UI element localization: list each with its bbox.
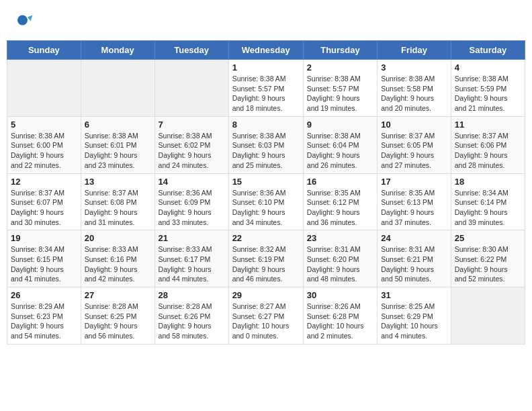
calendar-day-cell: 7Sunrise: 8:38 AM Sunset: 6:02 PM Daylig… (154, 116, 228, 173)
svg-marker-1 (28, 15, 33, 21)
day-info: Sunrise: 8:35 AM Sunset: 6:13 PM Dayligh… (381, 188, 447, 228)
calendar-day-cell: 17Sunrise: 8:35 AM Sunset: 6:13 PM Dayli… (378, 173, 451, 230)
calendar-day-cell: 27Sunrise: 8:28 AM Sunset: 6:25 PM Dayli… (81, 287, 154, 345)
calendar-day-cell: 10Sunrise: 8:37 AM Sunset: 6:05 PM Dayli… (378, 116, 451, 173)
day-info: Sunrise: 8:38 AM Sunset: 5:59 PM Dayligh… (455, 74, 521, 113)
day-info: Sunrise: 8:28 AM Sunset: 6:25 PM Dayligh… (85, 302, 151, 341)
calendar-day-cell: 23Sunrise: 8:31 AM Sunset: 6:20 PM Dayli… (303, 230, 377, 287)
calendar: SundayMondayTuesdayWednesdayThursdayFrid… (7, 40, 525, 345)
day-number: 5 (11, 120, 77, 130)
day-number: 2 (307, 62, 373, 73)
calendar-day-cell: 29Sunrise: 8:27 AM Sunset: 6:27 PM Dayli… (228, 287, 303, 345)
day-number: 29 (232, 290, 300, 300)
calendar-day-cell (154, 60, 228, 117)
weekday-header-cell: Tuesday (154, 41, 228, 60)
weekday-header-cell: Monday (81, 41, 154, 60)
day-number: 30 (307, 290, 373, 300)
day-number: 26 (11, 290, 77, 300)
day-info: Sunrise: 8:33 AM Sunset: 6:17 PM Dayligh… (159, 244, 225, 284)
calendar-day-cell: 12Sunrise: 8:37 AM Sunset: 6:07 PM Dayli… (7, 173, 81, 230)
day-info: Sunrise: 8:36 AM Sunset: 6:10 PM Dayligh… (232, 188, 300, 228)
calendar-day-cell: 20Sunrise: 8:33 AM Sunset: 6:16 PM Dayli… (81, 230, 154, 287)
calendar-day-cell: 4Sunrise: 8:38 AM Sunset: 5:59 PM Daylig… (451, 60, 525, 117)
calendar-day-cell: 14Sunrise: 8:36 AM Sunset: 6:09 PM Dayli… (154, 173, 228, 230)
calendar-day-cell: 3Sunrise: 8:38 AM Sunset: 5:58 PM Daylig… (378, 60, 451, 117)
calendar-day-cell: 22Sunrise: 8:32 AM Sunset: 6:19 PM Dayli… (228, 230, 303, 287)
day-number: 4 (455, 62, 521, 73)
day-info: Sunrise: 8:33 AM Sunset: 6:16 PM Dayligh… (85, 244, 151, 284)
day-info: Sunrise: 8:26 AM Sunset: 6:28 PM Dayligh… (307, 302, 373, 341)
day-info: Sunrise: 8:34 AM Sunset: 6:14 PM Dayligh… (455, 188, 521, 228)
calendar-day-cell (451, 287, 525, 345)
day-info: Sunrise: 8:38 AM Sunset: 6:02 PM Dayligh… (159, 131, 225, 171)
day-number: 18 (455, 177, 521, 187)
day-info: Sunrise: 8:35 AM Sunset: 6:12 PM Dayligh… (307, 188, 373, 228)
calendar-day-cell: 2Sunrise: 8:38 AM Sunset: 5:57 PM Daylig… (303, 60, 377, 117)
day-number: 20 (85, 233, 151, 243)
day-info: Sunrise: 8:37 AM Sunset: 6:07 PM Dayligh… (11, 188, 77, 228)
calendar-day-cell: 8Sunrise: 8:38 AM Sunset: 6:03 PM Daylig… (228, 116, 303, 173)
day-number: 31 (381, 290, 447, 300)
day-number: 23 (307, 233, 373, 243)
calendar-day-cell: 21Sunrise: 8:33 AM Sunset: 6:17 PM Dayli… (154, 230, 228, 287)
weekday-header-cell: Sunday (7, 41, 81, 60)
day-info: Sunrise: 8:38 AM Sunset: 6:03 PM Dayligh… (232, 131, 300, 171)
calendar-week-row: 12Sunrise: 8:37 AM Sunset: 6:07 PM Dayli… (7, 173, 525, 230)
day-info: Sunrise: 8:38 AM Sunset: 5:57 PM Dayligh… (232, 74, 300, 113)
day-number: 28 (159, 290, 225, 300)
day-info: Sunrise: 8:38 AM Sunset: 6:00 PM Dayligh… (11, 131, 77, 171)
day-number: 17 (381, 177, 447, 187)
day-info: Sunrise: 8:37 AM Sunset: 6:05 PM Dayligh… (381, 131, 447, 171)
day-info: Sunrise: 8:30 AM Sunset: 6:22 PM Dayligh… (455, 244, 521, 284)
day-number: 7 (159, 120, 225, 130)
weekday-header-row: SundayMondayTuesdayWednesdayThursdayFrid… (7, 41, 525, 60)
day-info: Sunrise: 8:38 AM Sunset: 5:58 PM Dayligh… (381, 74, 447, 113)
calendar-day-cell: 24Sunrise: 8:31 AM Sunset: 6:21 PM Dayli… (378, 230, 451, 287)
calendar-week-row: 19Sunrise: 8:34 AM Sunset: 6:15 PM Dayli… (7, 230, 525, 287)
day-info: Sunrise: 8:32 AM Sunset: 6:19 PM Dayligh… (232, 244, 300, 284)
day-info: Sunrise: 8:37 AM Sunset: 6:06 PM Dayligh… (455, 131, 521, 171)
calendar-day-cell: 13Sunrise: 8:37 AM Sunset: 6:08 PM Dayli… (81, 173, 154, 230)
calendar-body: 1Sunrise: 8:38 AM Sunset: 5:57 PM Daylig… (7, 60, 525, 345)
day-number: 1 (232, 62, 300, 73)
calendar-day-cell: 31Sunrise: 8:25 AM Sunset: 6:29 PM Dayli… (378, 287, 451, 345)
day-number: 22 (232, 233, 300, 243)
day-number: 19 (11, 233, 77, 243)
calendar-day-cell: 15Sunrise: 8:36 AM Sunset: 6:10 PM Dayli… (228, 173, 303, 230)
day-info: Sunrise: 8:29 AM Sunset: 6:23 PM Dayligh… (11, 302, 77, 341)
calendar-week-row: 1Sunrise: 8:38 AM Sunset: 5:57 PM Daylig… (7, 60, 525, 117)
day-info: Sunrise: 8:28 AM Sunset: 6:26 PM Dayligh… (159, 302, 225, 341)
day-info: Sunrise: 8:37 AM Sunset: 6:08 PM Dayligh… (85, 188, 151, 228)
weekday-header-cell: Saturday (451, 41, 525, 60)
day-info: Sunrise: 8:38 AM Sunset: 6:04 PM Dayligh… (307, 131, 373, 171)
day-number: 13 (85, 177, 151, 187)
calendar-day-cell (7, 60, 81, 117)
calendar-week-row: 26Sunrise: 8:29 AM Sunset: 6:23 PM Dayli… (7, 287, 525, 345)
calendar-day-cell: 9Sunrise: 8:38 AM Sunset: 6:04 PM Daylig… (303, 116, 377, 173)
day-number: 11 (455, 120, 521, 130)
weekday-header-cell: Wednesday (228, 41, 303, 60)
weekday-header-cell: Thursday (303, 41, 377, 60)
calendar-day-cell: 6Sunrise: 8:38 AM Sunset: 6:01 PM Daylig… (81, 116, 154, 173)
day-number: 12 (11, 177, 77, 187)
calendar-day-cell: 28Sunrise: 8:28 AM Sunset: 6:26 PM Dayli… (154, 287, 228, 345)
day-number: 27 (85, 290, 151, 300)
calendar-day-cell: 5Sunrise: 8:38 AM Sunset: 6:00 PM Daylig… (7, 116, 81, 173)
day-info: Sunrise: 8:38 AM Sunset: 5:57 PM Dayligh… (307, 74, 373, 113)
day-number: 10 (381, 120, 447, 130)
weekday-header-cell: Friday (378, 41, 451, 60)
calendar-day-cell (81, 60, 154, 117)
day-number: 6 (85, 120, 151, 130)
calendar-week-row: 5Sunrise: 8:38 AM Sunset: 6:00 PM Daylig… (7, 116, 525, 173)
day-number: 14 (159, 177, 225, 187)
calendar-day-cell: 11Sunrise: 8:37 AM Sunset: 6:06 PM Dayli… (451, 116, 525, 173)
svg-point-0 (17, 15, 28, 26)
day-number: 16 (307, 177, 373, 187)
day-info: Sunrise: 8:34 AM Sunset: 6:15 PM Dayligh… (11, 244, 77, 284)
day-number: 3 (381, 62, 447, 73)
calendar-day-cell: 18Sunrise: 8:34 AM Sunset: 6:14 PM Dayli… (451, 173, 525, 230)
day-number: 21 (159, 233, 225, 243)
logo-icon (13, 10, 34, 30)
day-info: Sunrise: 8:36 AM Sunset: 6:09 PM Dayligh… (159, 188, 225, 228)
day-info: Sunrise: 8:25 AM Sunset: 6:29 PM Dayligh… (381, 302, 447, 341)
